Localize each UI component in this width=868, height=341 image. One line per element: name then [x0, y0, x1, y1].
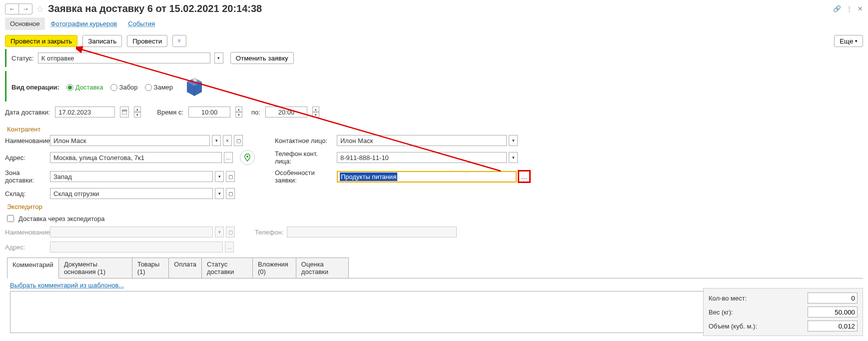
tab-attachments[interactable]: Вложения (0): [253, 258, 296, 278]
radio-dot-icon: [110, 84, 117, 91]
radio-delivery[interactable]: Доставка: [66, 84, 103, 91]
calendar-button[interactable]: [120, 106, 129, 118]
cp-addr-input[interactable]: Москва, улица Столетова, 7к1: [50, 152, 222, 163]
contact-dropdown[interactable]: ▾: [509, 135, 518, 146]
svg-point-9: [246, 156, 248, 158]
nav-back-button[interactable]: ←: [5, 4, 19, 14]
zone-input[interactable]: Запад: [50, 171, 213, 182]
places-input[interactable]: [808, 292, 858, 304]
summary-panel: Кол-во мест: Вес (кг): Объем (куб. м.):: [703, 288, 863, 333]
radio-pickup-label: Забор: [119, 84, 138, 91]
forwarder-section-title: Экспедитор: [0, 200, 868, 212]
cp-addr-edit[interactable]: …: [224, 152, 233, 163]
calendar-icon: [122, 110, 127, 114]
fw-name-open: ▢: [226, 226, 235, 238]
close-icon[interactable]: ✕: [858, 5, 863, 12]
radio-dot-icon: [66, 84, 73, 91]
via-forwarder-checkbox[interactable]: [7, 215, 14, 222]
fw-name-input: [50, 226, 213, 238]
time-from-input[interactable]: 10:00: [188, 106, 230, 118]
structure-icon: [178, 38, 181, 44]
tab-main[interactable]: Основное: [5, 18, 45, 30]
page-title: Заявка на доставку 6 от 15.02.2021 20:14…: [48, 3, 262, 14]
svg-rect-2: [179, 41, 180, 42]
time-to-spinner[interactable]: ▴▾: [312, 106, 319, 118]
contact-input[interactable]: Илон Маск: [337, 135, 507, 146]
tab-goods[interactable]: Товары (1): [132, 258, 169, 278]
radio-measure-label: Замер: [154, 84, 173, 91]
features-select-button[interactable]: …: [518, 170, 531, 183]
features-value: Продукты питания: [340, 172, 397, 181]
more-button-label: Еще: [840, 38, 853, 45]
cp-addr-label: Адрес:: [5, 154, 48, 162]
tab-courier-photos[interactable]: Фотографии курьеров: [46, 18, 122, 30]
fw-addr-edit: …: [225, 242, 234, 252]
comment-template-link[interactable]: Выбрать комментарий из шаблонов...: [0, 278, 124, 291]
fw-name-dropdown: ▾: [215, 226, 224, 238]
radio-dot-icon: [145, 84, 152, 91]
map-pin-button[interactable]: [240, 150, 255, 165]
volume-input[interactable]: [808, 320, 858, 332]
svg-rect-7: [122, 110, 127, 114]
status-label: Статус:: [11, 54, 34, 62]
link-icon[interactable]: 🔗: [833, 5, 841, 12]
favorite-star-icon[interactable]: ☆: [36, 4, 44, 14]
contact-phone-input[interactable]: 8-911-888-11-10: [337, 152, 507, 163]
cp-name-clear[interactable]: ×: [223, 135, 232, 146]
cp-name-label: Наименование:: [5, 137, 48, 144]
time-from-spinner[interactable]: ▴▾: [235, 106, 242, 118]
tab-delivery-status[interactable]: Статус доставки: [202, 258, 253, 278]
operation-type-label: Вид операции:: [11, 84, 59, 91]
cancel-request-button[interactable]: Отменить заявку: [230, 52, 294, 64]
zone-dropdown[interactable]: ▾: [215, 171, 224, 182]
weight-label: Вес (кг):: [709, 308, 808, 316]
wh-input[interactable]: Склад отгрузки: [50, 188, 213, 199]
contact-phone-dropdown[interactable]: ▾: [509, 152, 518, 163]
radio-pickup[interactable]: Забор: [110, 84, 138, 91]
status-dropdown-button[interactable]: ▾: [214, 52, 223, 64]
delivery-date-label: Дата доставки:: [5, 108, 50, 116]
time-to-label: по:: [251, 108, 260, 116]
tab-payment[interactable]: Оплата: [169, 258, 202, 278]
post-button[interactable]: Провести: [127, 35, 167, 47]
chevron-down-icon: ▾: [855, 38, 858, 44]
features-input[interactable]: Продукты питания: [337, 171, 517, 182]
tab-base-docs[interactable]: Документы основания (1): [59, 258, 132, 278]
cp-name-dropdown[interactable]: ▾: [212, 135, 221, 146]
fw-name-label: Наименование:: [5, 228, 48, 236]
post-and-close-button[interactable]: Провести и закрыть: [5, 35, 77, 47]
radio-measure[interactable]: Замер: [145, 84, 173, 91]
more-button[interactable]: Еще ▾: [834, 35, 863, 47]
structure-button[interactable]: [172, 35, 186, 47]
wh-dropdown[interactable]: ▾: [215, 188, 224, 199]
tab-rating[interactable]: Оценка доставки: [296, 258, 348, 278]
via-forwarder-label: Доставка через экспедитора: [18, 215, 105, 222]
wh-label: Склад:: [5, 190, 48, 198]
fw-phone-label: Телефон:: [255, 228, 285, 236]
wh-open[interactable]: ▢: [226, 188, 235, 199]
weight-input[interactable]: [808, 306, 858, 318]
cp-name-input[interactable]: Илон Маск: [50, 135, 210, 146]
svg-rect-1: [180, 40, 181, 40]
time-to-input[interactable]: 20:00: [265, 106, 307, 118]
delivery-date-input[interactable]: 17.02.2023: [55, 106, 115, 118]
save-button[interactable]: Записать: [82, 35, 122, 47]
cp-name-open[interactable]: ▢: [234, 135, 243, 146]
status-value[interactable]: К отправке: [38, 52, 210, 64]
features-label: Особенности заявки:: [275, 169, 335, 184]
fw-addr-input: [50, 242, 223, 252]
contact-label: Контактное лицо:: [275, 137, 335, 144]
nav-forward-button[interactable]: →: [18, 4, 32, 14]
zone-label: Зона доставки:: [5, 169, 48, 184]
tab-events[interactable]: События: [123, 18, 160, 30]
time-from-label: Время с:: [157, 108, 183, 116]
counterparty-section-title: Контрагент: [0, 122, 868, 134]
zone-open[interactable]: ▢: [226, 171, 235, 182]
kebab-menu-icon[interactable]: ⋮: [846, 5, 853, 12]
tab-comment[interactable]: Комментарий: [7, 258, 59, 278]
date-spinner[interactable]: ▴▾: [134, 106, 141, 118]
fw-addr-label: Адрес:: [5, 244, 48, 251]
fw-phone-input: [287, 226, 457, 238]
radio-delivery-label: Доставка: [75, 84, 103, 91]
package-icon: [184, 76, 205, 98]
